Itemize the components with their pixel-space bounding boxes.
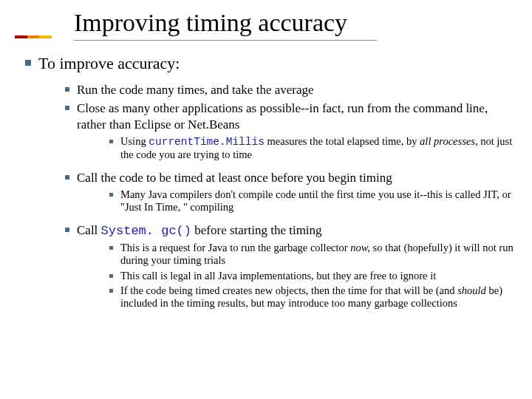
bullet-icon bbox=[109, 289, 113, 293]
item-text: Using currentTime.Millis measures the to… bbox=[120, 135, 517, 162]
accent-bar bbox=[15, 35, 52, 38]
italic-text: should bbox=[457, 284, 486, 296]
list-item: Using currentTime.Millis measures the to… bbox=[109, 135, 517, 162]
bullet-icon bbox=[65, 175, 69, 180]
list-item: This call is legal in all Java implement… bbox=[109, 270, 517, 282]
bullet-icon bbox=[109, 274, 113, 278]
list-item: If the code being timed creates new obje… bbox=[109, 284, 517, 310]
bullet-icon bbox=[109, 140, 113, 143]
code-text: currentTime.Millis bbox=[149, 136, 265, 148]
item-text: To improve accuracy: bbox=[38, 54, 180, 73]
list-item: Run the code many times, and take the av… bbox=[65, 82, 517, 98]
list-item: Many Java compilers don't compile code u… bbox=[109, 188, 517, 214]
bullet-icon bbox=[65, 87, 69, 92]
slide-title: Improving timing accuracy bbox=[74, 9, 377, 41]
item-text: If the code being timed creates new obje… bbox=[120, 284, 517, 310]
italic-text: all processes, bbox=[420, 135, 477, 147]
italic-text: now, bbox=[350, 242, 370, 253]
title-wrap: Improving timing accuracy bbox=[74, 9, 517, 41]
item-text: Call System. gc() before starting the ti… bbox=[77, 222, 322, 239]
bullet-icon bbox=[65, 228, 69, 232]
list-item: Call System. gc() before starting the ti… bbox=[65, 222, 517, 239]
list-item: Call the code to be timed at least once … bbox=[65, 170, 517, 185]
list-item: Close as many other applications as poss… bbox=[65, 100, 517, 132]
bullet-icon bbox=[65, 106, 69, 110]
list-item: This is a request for Java to run the ga… bbox=[109, 242, 517, 267]
item-text: Call the code to be timed at least once … bbox=[77, 170, 392, 185]
item-text: This call is legal in all Java implement… bbox=[120, 270, 436, 282]
list-item: To improve accuracy: bbox=[25, 54, 517, 73]
item-text: Close as many other applications as poss… bbox=[77, 100, 517, 132]
bullet-icon bbox=[109, 246, 113, 250]
code-text: System. gc() bbox=[101, 224, 191, 238]
slide: Improving timing accuracy To improve acc… bbox=[0, 0, 532, 327]
item-text: Many Java compilers don't compile code u… bbox=[120, 188, 517, 214]
bullet-icon bbox=[25, 60, 31, 66]
item-text: This is a request for Java to run the ga… bbox=[120, 242, 517, 267]
item-text: Run the code many times, and take the av… bbox=[77, 82, 314, 98]
bullet-icon bbox=[109, 193, 113, 197]
